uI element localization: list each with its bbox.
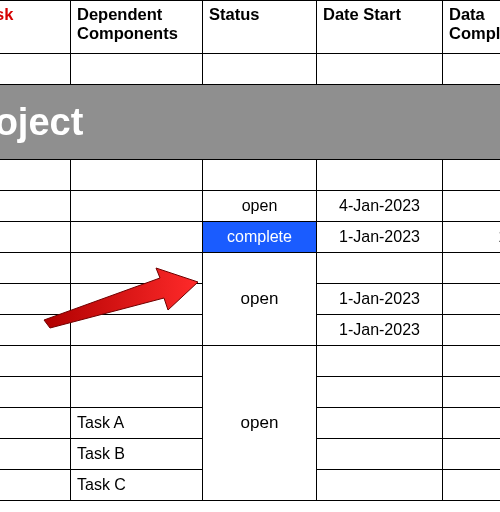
cell-task[interactable]: [0, 346, 71, 377]
cell-dependent[interactable]: [71, 284, 203, 315]
cell-task[interactable]: [0, 315, 71, 346]
col-header-dependent[interactable]: Dependent Components: [71, 1, 203, 54]
cell-task[interactable]: [0, 408, 71, 439]
cell-date-complete[interactable]: [443, 284, 501, 315]
cell-dependent[interactable]: Task A: [71, 408, 203, 439]
cell-date-complete[interactable]: [443, 377, 501, 408]
table-row[interactable]: open: [0, 346, 500, 377]
cell-dependent[interactable]: [71, 315, 203, 346]
cell-dependent[interactable]: [71, 222, 203, 253]
cell-task[interactable]: [0, 253, 71, 284]
cell-task[interactable]: [0, 284, 71, 315]
col-header-task[interactable]: Task: [0, 1, 71, 54]
cell-task[interactable]: [0, 222, 71, 253]
cell-date-complete[interactable]: [443, 191, 501, 222]
cell[interactable]: [443, 160, 501, 191]
cell-status-merged[interactable]: open: [203, 253, 317, 346]
section-banner: Project: [0, 85, 500, 160]
table-row[interactable]: complete 1-Jan-2023 10: [0, 222, 500, 253]
cell-date-start[interactable]: 1-Jan-2023: [317, 284, 443, 315]
cell-dependent[interactable]: Task B: [71, 439, 203, 470]
cell-dependent[interactable]: [71, 253, 203, 284]
cell-date-complete[interactable]: [443, 470, 501, 501]
banner-title: Project: [0, 101, 83, 143]
cell-dependent[interactable]: Task C: [71, 470, 203, 501]
cell[interactable]: [443, 54, 501, 85]
cell[interactable]: [0, 54, 71, 85]
cell-date-start[interactable]: [317, 346, 443, 377]
cell[interactable]: [0, 160, 71, 191]
cell[interactable]: [317, 54, 443, 85]
cell-date-complete[interactable]: [443, 253, 501, 284]
table[interactable]: Task Dependent Components Status Date St…: [0, 0, 500, 501]
cell-task[interactable]: [0, 377, 71, 408]
header-row: Task Dependent Components Status Date St…: [0, 1, 500, 54]
cell-task[interactable]: [0, 470, 71, 501]
cell-task[interactable]: [0, 191, 71, 222]
cell-date-complete[interactable]: [443, 439, 501, 470]
col-header-date-start[interactable]: Date Start: [317, 1, 443, 54]
col-header-status[interactable]: Status: [203, 1, 317, 54]
cell-task[interactable]: [0, 439, 71, 470]
cell-dependent[interactable]: [71, 346, 203, 377]
cell[interactable]: [317, 160, 443, 191]
cell[interactable]: [71, 160, 203, 191]
table-row[interactable]: [0, 160, 500, 191]
cell-date-complete[interactable]: [443, 408, 501, 439]
cell-date-start[interactable]: 4-Jan-2023: [317, 191, 443, 222]
table-row[interactable]: open 4-Jan-2023: [0, 191, 500, 222]
banner-cell: Project: [0, 85, 500, 160]
cell-status[interactable]: open: [203, 191, 317, 222]
cell-date-start[interactable]: [317, 408, 443, 439]
cell-date-start[interactable]: 1-Jan-2023: [317, 222, 443, 253]
cell-date-complete[interactable]: [443, 346, 501, 377]
cell-date-complete[interactable]: 10: [443, 222, 501, 253]
cell-status-merged[interactable]: open: [203, 346, 317, 501]
cell-date-complete[interactable]: [443, 315, 501, 346]
cell-status[interactable]: complete: [203, 222, 317, 253]
cell-date-start[interactable]: [317, 377, 443, 408]
cell-dependent[interactable]: [71, 377, 203, 408]
table-row[interactable]: [0, 54, 500, 85]
cell[interactable]: [203, 160, 317, 191]
cell[interactable]: [71, 54, 203, 85]
cell[interactable]: [203, 54, 317, 85]
cell-dependent[interactable]: [71, 191, 203, 222]
spreadsheet[interactable]: Task Dependent Components Status Date St…: [0, 0, 500, 501]
table-row[interactable]: open: [0, 253, 500, 284]
cell-date-start[interactable]: 1-Jan-2023: [317, 315, 443, 346]
cell-date-start[interactable]: [317, 470, 443, 501]
cell-date-start[interactable]: [317, 439, 443, 470]
col-header-date-complete[interactable]: Data Complete: [443, 1, 501, 54]
cell-date-start[interactable]: [317, 253, 443, 284]
